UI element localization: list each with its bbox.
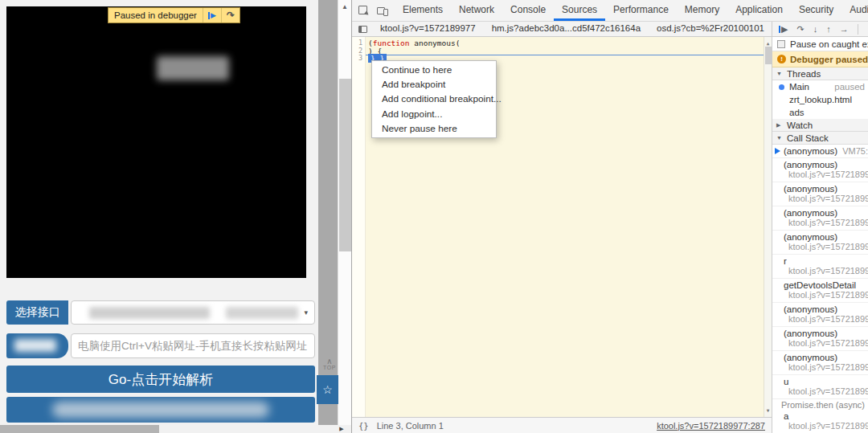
thread-name: zrt_lookup.html bbox=[789, 95, 852, 104]
tab-performance[interactable]: Performance bbox=[605, 0, 677, 21]
secondary-action-button[interactable] bbox=[6, 397, 315, 423]
file-tab-ktool[interactable]: ktool.js?v=1572189977 bbox=[372, 22, 484, 36]
scroll-down-icon[interactable]: ▼ bbox=[764, 406, 772, 415]
horizontal-scrollbar-thumb[interactable] bbox=[0, 425, 159, 433]
expanded-icon: ▼ bbox=[776, 135, 783, 141]
call-stack-frame[interactable]: (anonymous) ktool.js?v=1572189977: bbox=[772, 231, 868, 255]
url-input[interactable] bbox=[71, 333, 315, 358]
interface-dropdown[interactable]: ▾ bbox=[71, 300, 315, 325]
thread-main[interactable]: Main paused bbox=[772, 80, 868, 93]
favorite-widget[interactable]: ☆ bbox=[317, 375, 338, 404]
menu-item-add-logpoint[interactable]: Add logpoint... bbox=[372, 107, 496, 121]
step-over-icon[interactable]: ↷ bbox=[796, 25, 804, 34]
video-player-area[interactable] bbox=[6, 6, 306, 278]
star-icon: ☆ bbox=[322, 383, 333, 396]
editor-context-menu: Continue to here Add breakpoint Add cond… bbox=[371, 60, 497, 138]
frame-name: (anonymous) bbox=[784, 146, 837, 156]
frame-name: (anonymous) bbox=[772, 353, 868, 362]
call-stack-frame[interactable]: (anonymous) ktool.js?v=1572189977: bbox=[772, 303, 868, 327]
paste-button[interactable] bbox=[6, 333, 68, 358]
tab-network[interactable]: Network bbox=[451, 0, 502, 21]
page-vertical-scrollbar[interactable]: ▲ bbox=[338, 0, 351, 425]
back-to-top-widget[interactable]: ∧ TOP bbox=[321, 358, 338, 370]
back-to-top-label: TOP bbox=[321, 365, 338, 370]
scroll-right-icon[interactable]: ▶ bbox=[336, 425, 347, 433]
call-stack-frame[interactable]: r ktool.js?v=1572189977: bbox=[772, 255, 868, 279]
call-stack-frame-current[interactable]: (anonymous) VM75: bbox=[772, 145, 868, 158]
menu-item-add-conditional-breakpoint[interactable]: Add conditional breakpoint... bbox=[372, 92, 496, 106]
source-mapped-link[interactable]: ktool.js?v=1572189977:287 bbox=[657, 421, 765, 431]
frame-name: r bbox=[772, 256, 868, 266]
call-stack-frame[interactable]: (anonymous) ktool.js?v=1572189977: bbox=[772, 182, 868, 206]
call-stack-frame[interactable]: (anonymous) ktool.js?v=1572189977: bbox=[772, 206, 868, 231]
resume-script-icon[interactable]: ▶ bbox=[203, 11, 221, 19]
call-stack-frame[interactable]: getDevtoolsDetail ktool.js?v=1572189977: bbox=[772, 279, 868, 303]
call-stack-frame[interactable]: u ktool.js?v=1572189977: bbox=[772, 375, 868, 399]
menu-item-continue-to-here[interactable]: Continue to here bbox=[372, 63, 496, 77]
frame-name: (anonymous) bbox=[772, 304, 868, 314]
tab-security[interactable]: Security bbox=[791, 0, 841, 21]
frame-location: ktool.js?v=1572189977: bbox=[772, 290, 868, 300]
step-out-icon[interactable]: ↑ bbox=[826, 25, 831, 34]
menu-item-never-pause-here[interactable]: Never pause here bbox=[372, 121, 496, 136]
thread-name: Main bbox=[789, 82, 809, 92]
vertical-scrollbar-thumb[interactable] bbox=[339, 79, 351, 251]
resume-script-icon[interactable]: ▶ bbox=[779, 25, 788, 34]
pause-on-caught-checkbox[interactable] bbox=[777, 40, 785, 48]
menu-item-add-breakpoint[interactable]: Add breakpoint bbox=[372, 77, 496, 92]
devtools-toolbar-icons bbox=[352, 0, 391, 21]
devtools-second-row: ktool.js?v=1572189977 hm.js?adebc3d0a...… bbox=[352, 22, 868, 37]
scroll-up-icon[interactable]: ▲ bbox=[764, 37, 772, 47]
warning-icon: ! bbox=[777, 55, 786, 63]
file-tab-osd[interactable]: osd.js?cb=%2Fr20100101 bbox=[649, 22, 772, 36]
debugger-paused-label: Debugger paused bbox=[790, 55, 868, 64]
call-stack-frame[interactable]: (anonymous) ktool.js?v=1572189977: bbox=[772, 351, 868, 375]
call-stack-async-boundary: Promise.then (async) bbox=[772, 399, 868, 410]
threads-label: Threads bbox=[787, 69, 821, 79]
tab-audits[interactable]: Audits bbox=[841, 0, 868, 21]
pretty-print-icon[interactable]: {} bbox=[358, 421, 369, 431]
device-toolbar-icon[interactable] bbox=[377, 6, 388, 16]
current-frame-marker-icon bbox=[775, 148, 780, 154]
select-interface-button[interactable]: 选择接口 bbox=[6, 300, 68, 325]
go-parse-button[interactable]: Go-点击开始解析 bbox=[6, 366, 315, 393]
frame-location: ktool.js?v=1572189977: bbox=[772, 170, 868, 179]
tab-console[interactable]: Console bbox=[502, 0, 554, 21]
devtools-body: 1 2 3 (function anonymous( ) { } } ▲ ▼ bbox=[352, 37, 868, 433]
debugger-paused-banner: ! Debugger paused bbox=[772, 51, 868, 67]
thread-status: paused bbox=[834, 82, 865, 92]
thread-zrt-lookup[interactable]: zrt_lookup.html bbox=[772, 93, 868, 106]
frame-location: ktool.js?v=1572189977: bbox=[772, 421, 868, 431]
call-stack-section-header[interactable]: ▼ Call Stack bbox=[772, 132, 868, 145]
threads-section-header[interactable]: ▼ Threads bbox=[772, 67, 868, 80]
call-stack-frame[interactable]: (anonymous) ktool.js?v=1572189977: bbox=[772, 327, 868, 351]
browser-page-pane: Paused in debugger ▶ ↷ 选择接口 ▾ Go-点击开始解析 bbox=[0, 0, 351, 433]
step-over-icon[interactable]: ↷ bbox=[222, 10, 240, 21]
scroll-up-icon[interactable]: ▲ bbox=[338, 0, 351, 10]
paused-in-debugger-banner: Paused in debugger ▶ ↷ bbox=[108, 7, 240, 23]
chevron-up-icon: ∧ bbox=[321, 358, 338, 365]
step-into-icon[interactable]: ↓ bbox=[813, 25, 818, 34]
editor-scrollbar[interactable]: ▲ ▼ bbox=[764, 37, 772, 417]
tab-application[interactable]: Application bbox=[727, 0, 791, 21]
tab-elements[interactable]: Elements bbox=[395, 0, 451, 21]
call-stack-frame[interactable]: a ktool.js?v=1572189977: bbox=[772, 410, 868, 433]
tab-sources[interactable]: Sources bbox=[554, 0, 605, 21]
step-icon[interactable]: → bbox=[840, 25, 849, 34]
page-horizontal-scrollbar[interactable]: ▶ bbox=[0, 425, 351, 433]
watch-section-header[interactable]: ▶ Watch bbox=[772, 119, 868, 132]
editor-scrollbar-thumb[interactable] bbox=[765, 47, 772, 64]
blurred-button-label bbox=[52, 402, 269, 418]
toggle-navigator-icon[interactable] bbox=[352, 22, 372, 36]
file-tab-hm[interactable]: hm.js?adebc3d0a...cd5f472c16164a bbox=[484, 22, 649, 36]
paused-banner-label: Paused in debugger bbox=[108, 10, 203, 20]
frame-name: a bbox=[772, 411, 868, 421]
inspect-element-icon[interactable] bbox=[358, 6, 369, 16]
dropdown-caret-icon: ▾ bbox=[304, 308, 308, 317]
tab-memory[interactable]: Memory bbox=[677, 0, 727, 21]
blurred-button-label bbox=[14, 339, 56, 352]
code-editor[interactable]: 1 2 3 (function anonymous( ) { } } ▲ ▼ bbox=[352, 37, 772, 417]
call-stack-frame[interactable]: (anonymous) ktool.js?v=1572189977: bbox=[772, 158, 868, 182]
thread-ads[interactable]: ads bbox=[772, 106, 868, 119]
line-number-gutter: 1 2 3 bbox=[352, 37, 366, 417]
